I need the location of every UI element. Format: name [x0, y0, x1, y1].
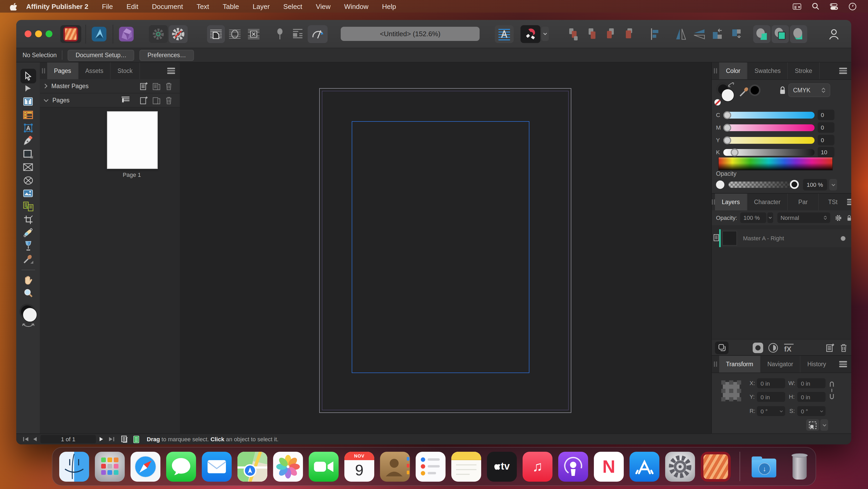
fill-stroke-selector[interactable]: [19, 304, 37, 327]
pages-overview-icon[interactable]: [121, 435, 128, 443]
menu-view[interactable]: View: [316, 2, 331, 10]
zoom-tool[interactable]: [20, 286, 36, 299]
opacity-swatch[interactable]: [716, 180, 724, 189]
dock-safari[interactable]: [130, 452, 160, 481]
paragraph-settings-icon[interactable]: [289, 25, 306, 43]
mask-layer-icon[interactable]: [753, 342, 763, 353]
anchor-point-selector[interactable]: [721, 380, 741, 401]
magenta-value[interactable]: 0: [818, 122, 834, 133]
menu-help[interactable]: Help: [382, 2, 396, 10]
page-spread[interactable]: [319, 88, 571, 413]
add-page-icon[interactable]: [140, 96, 148, 105]
x-field[interactable]: 0 in: [757, 378, 785, 388]
place-image-tool[interactable]: [20, 187, 36, 200]
r-field[interactable]: 0 °: [757, 406, 785, 416]
panel-grip[interactable]: [712, 62, 719, 79]
apple-logo-icon[interactable]: [10, 2, 17, 10]
h-field[interactable]: 0 in: [797, 392, 826, 402]
photo-persona-icon[interactable]: [117, 25, 136, 43]
layer-visibility-dot[interactable]: [841, 236, 845, 240]
dock-calendar[interactable]: NOV 9: [344, 452, 374, 481]
snapping-options-chevron[interactable]: [541, 27, 549, 41]
preferences-button[interactable]: Preferences…: [140, 50, 194, 61]
magenta-slider[interactable]: [723, 124, 814, 131]
document-setup-button[interactable]: Document Setup…: [68, 50, 134, 61]
text-wrap-ellipse-icon[interactable]: [226, 25, 244, 43]
frame-text-tool[interactable]: [20, 95, 36, 108]
minimize-button[interactable]: [35, 30, 42, 37]
page-indicator[interactable]: 1 of 1: [40, 435, 96, 443]
publisher-persona-icon[interactable]: [60, 25, 81, 43]
yellow-value[interactable]: 0: [818, 135, 834, 145]
dock-affinity-publisher-2[interactable]: [701, 452, 731, 481]
menu-layer[interactable]: Layer: [253, 2, 270, 10]
tab-stock[interactable]: Stock: [111, 62, 140, 79]
transform-origin-icon[interactable]: [806, 419, 819, 431]
yellow-slider[interactable]: [723, 137, 814, 144]
menu-select[interactable]: Select: [283, 2, 302, 10]
w-field[interactable]: 0 in: [797, 378, 826, 388]
boolean-subtract-icon[interactable]: [772, 25, 789, 43]
dock-photos[interactable]: [273, 452, 303, 481]
tab-swatches[interactable]: Swatches: [748, 62, 788, 79]
y-field[interactable]: 0 in: [757, 392, 785, 402]
dock-finder[interactable]: [59, 452, 89, 481]
group-layers-icon[interactable]: [715, 341, 728, 354]
canvas[interactable]: [180, 62, 711, 434]
delete-page-icon[interactable]: [165, 96, 173, 105]
adjustment-layer-icon[interactable]: [768, 342, 778, 353]
picked-color-swatch[interactable]: [749, 84, 761, 96]
view-pan-tool[interactable]: [20, 274, 36, 286]
layer-thumbnail[interactable]: [722, 231, 737, 246]
s-field[interactable]: 0 °: [797, 406, 826, 416]
dock-settings[interactable]: [665, 452, 695, 481]
last-page-button[interactable]: [108, 436, 115, 442]
color-mode-select[interactable]: CMYK: [788, 83, 830, 97]
account-person-icon[interactable]: [825, 25, 843, 43]
delete-master-page-icon[interactable]: [165, 82, 173, 90]
tab-paragraph[interactable]: Par: [788, 194, 819, 210]
rotation-dial-icon[interactable]: [308, 25, 328, 43]
move-to-back-icon[interactable]: [565, 25, 582, 43]
menu-app-name[interactable]: Affinity Publisher 2: [26, 2, 88, 10]
alignment-icon[interactable]: [646, 25, 663, 43]
dock-launchpad[interactable]: [95, 452, 125, 481]
layer-row-master-a-right[interactable]: Master A - Right: [719, 229, 851, 247]
fill-stroke-swatches[interactable]: [716, 82, 741, 110]
rectangle-tool[interactable]: [20, 147, 36, 161]
vector-crop-tool[interactable]: [20, 213, 36, 226]
zoom-button[interactable]: [45, 30, 53, 37]
transparency-tool[interactable]: [20, 239, 36, 252]
page-1-label[interactable]: Page 1: [107, 172, 157, 178]
dock-messages[interactable]: [166, 452, 196, 481]
panel-menu-icon[interactable]: [839, 361, 847, 367]
pen-tool[interactable]: [20, 134, 36, 147]
control-center-icon[interactable]: [830, 3, 838, 10]
move-to-front-icon[interactable]: [620, 25, 638, 43]
dock-downloads[interactable]: ↓: [749, 452, 779, 481]
tab-navigator[interactable]: Navigator: [761, 356, 800, 373]
tab-stroke[interactable]: Stroke: [788, 62, 820, 79]
node-tool[interactable]: [20, 82, 36, 95]
dock-facetime[interactable]: [309, 452, 339, 481]
boolean-intersect-icon[interactable]: [790, 25, 807, 43]
clock-icon[interactable]: [848, 2, 857, 10]
tab-pages[interactable]: Pages: [47, 62, 79, 79]
blend-mode-select[interactable]: Normal: [777, 212, 830, 223]
lock-icon[interactable]: [779, 86, 786, 95]
rotate-ccw-icon[interactable]: [709, 25, 726, 43]
picture-frame-ellipse-tool[interactable]: [20, 174, 36, 187]
add-layer-icon[interactable]: [826, 343, 834, 352]
menu-document[interactable]: Document: [152, 2, 183, 10]
panel-menu-icon[interactable]: [839, 68, 847, 74]
document-title-field[interactable]: <Untitled> (152.6%): [341, 27, 479, 41]
text-wrap-page-icon[interactable]: [207, 25, 225, 43]
dock-maps[interactable]: [238, 452, 267, 481]
dock-mail[interactable]: [202, 452, 232, 481]
menu-table[interactable]: Table: [223, 2, 239, 10]
style-picker-tool[interactable]: [20, 252, 36, 265]
move-back-one-icon[interactable]: [583, 25, 601, 43]
panel-grip[interactable]: [40, 62, 47, 79]
pin-icon[interactable]: [272, 25, 288, 43]
layer-effects-fx-icon[interactable]: fX: [783, 342, 795, 353]
